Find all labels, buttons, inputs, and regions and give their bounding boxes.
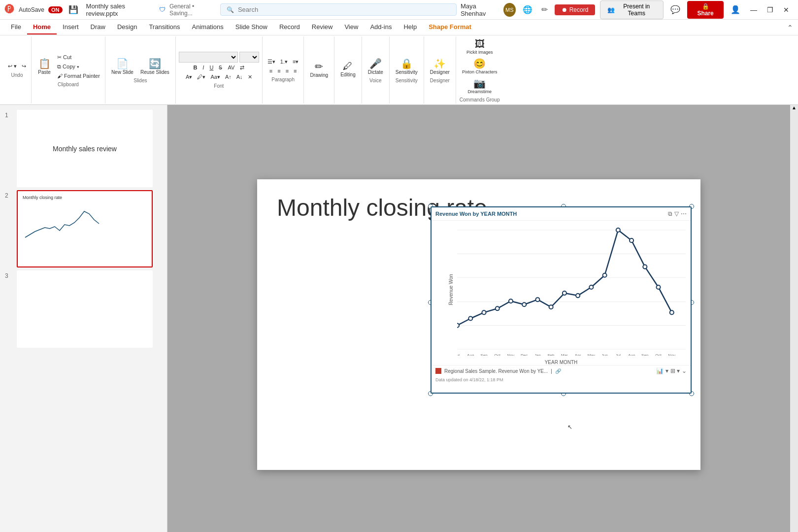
tab-design[interactable]: Design [111, 20, 143, 34]
font-case-button[interactable]: Aa▾ [208, 73, 222, 81]
people-icon[interactable]: 👤 [729, 3, 742, 16]
align-center-button[interactable]: ≡ [275, 67, 282, 75]
search-box[interactable]: 🔍 [220, 3, 457, 16]
slide-item-3[interactable]: 3 [5, 270, 162, 348]
saving-status: General • Saving... [169, 3, 216, 17]
underline-button[interactable]: U [207, 64, 215, 71]
editing-button[interactable]: 🖊 Editing [337, 60, 359, 78]
strikethrough-button[interactable]: S̶ [217, 64, 224, 72]
svg-point-21 [589, 285, 593, 289]
search-input[interactable] [238, 6, 450, 13]
tab-draw[interactable]: Draw [85, 20, 111, 34]
justify-button[interactable]: ≡ [292, 67, 299, 75]
tab-shape-format[interactable]: Shape Format [423, 20, 477, 34]
comments-icon[interactable]: 💬 [668, 3, 682, 16]
designer-button[interactable]: ✨ Designer [427, 57, 453, 76]
filename: Monthly sales review.pptx [86, 2, 155, 17]
present-in-teams-button[interactable]: 👥 Present in Teams [600, 0, 664, 19]
drawing-button[interactable]: ✏ Drawing [307, 60, 331, 79]
right-scrollbar[interactable]: ▲ ▼ [790, 105, 798, 532]
dreamstime-button[interactable]: 📷 Dreamstime [465, 76, 495, 95]
increase-font-button[interactable]: A↑ [223, 73, 233, 81]
svg-text:Sep: Sep [480, 353, 488, 356]
svg-point-14 [496, 306, 499, 310]
ribbon-collapse-button[interactable]: ⌃ [787, 24, 793, 32]
slide-thumb-2[interactable]: Monthly closing rate [17, 190, 153, 267]
bold-button[interactable]: B [191, 64, 199, 71]
chart-table-icon[interactable]: ⊞ ▾ [670, 367, 680, 374]
chart-expand-icon[interactable]: ⌄ [682, 367, 687, 374]
slide-thumb-1[interactable]: Monthly sales review [17, 110, 153, 187]
clear-format-button[interactable]: ✕ [246, 73, 254, 81]
save-icon[interactable]: 💾 [66, 3, 80, 16]
format-painter-button[interactable]: 🖌 Format Painter [55, 72, 102, 80]
tab-animations[interactable]: Animations [186, 20, 230, 34]
pickit-images-button[interactable]: 🖼 Pickit Images [464, 37, 496, 56]
ribbon-group-slides: 📄 New Slide 🔄 Reuse Slides Slides [105, 36, 176, 103]
cut-button[interactable]: ✂ Cut [55, 53, 102, 62]
dictate-button[interactable]: 🎤 Dictate [365, 57, 386, 76]
char-spacing-button[interactable]: AV [226, 64, 236, 71]
reuse-slides-button[interactable]: 🔄 Reuse Slides [137, 57, 172, 76]
slide-item-1[interactable]: 1 Monthly sales review [5, 110, 162, 187]
tab-home[interactable]: Home [27, 20, 57, 34]
chart-filter-icon[interactable]: ▽ [674, 210, 679, 217]
scroll-up[interactable]: ▲ [792, 105, 797, 113]
close-button[interactable]: ✕ [779, 4, 793, 16]
italic-button[interactable]: I [200, 64, 206, 71]
slide-thumb-3[interactable] [17, 270, 153, 348]
ribbon-group-sensitivity: 🔒 Sensitivity Sensitivity [390, 36, 424, 103]
multilevel-button[interactable]: ≡▾ [291, 58, 300, 66]
numbering-button[interactable]: 1.▾ [278, 58, 290, 66]
font-size-select[interactable] [239, 52, 259, 63]
svg-text:Jan: Jan [534, 353, 541, 356]
restore-button[interactable]: ❐ [763, 4, 777, 16]
tab-record[interactable]: Record [273, 20, 306, 34]
undo-button[interactable]: ↩ ▾ [6, 62, 19, 70]
tab-file[interactable]: File [5, 20, 27, 34]
global-icon[interactable]: 🌐 [521, 3, 534, 16]
record-button[interactable]: ⏺ Record [555, 4, 596, 15]
align-right-button[interactable]: ≡ [284, 67, 291, 75]
pixton-button[interactable]: 😊 Pixton Characters [459, 57, 500, 75]
tab-insert[interactable]: Insert [57, 20, 85, 34]
tab-review[interactable]: Review [306, 20, 339, 34]
chart-more-icon[interactable]: ⋯ [681, 210, 687, 217]
svg-text:Nov: Nov [507, 353, 514, 356]
slide-item-2[interactable]: 2 Monthly closing rate [5, 190, 162, 267]
sensitivity-button[interactable]: 🔒 Sensitivity [393, 57, 421, 76]
svg-point-25 [643, 265, 647, 269]
highlight-button[interactable]: 🖊▾ [195, 73, 207, 81]
chart-footer: Regional Sales Sample. Revenue Won by YE… [432, 365, 691, 376]
tab-help[interactable]: Help [398, 20, 423, 34]
user-name: Maya Shenhav [461, 2, 499, 17]
align-left-button[interactable]: ≡ [267, 67, 274, 75]
redo-button[interactable]: ↪ [20, 62, 28, 70]
svg-point-26 [656, 285, 660, 289]
tab-transitions[interactable]: Transitions [143, 20, 186, 34]
share-button[interactable]: 🔒 Share [687, 1, 724, 19]
pen-icon[interactable]: ✏ [539, 3, 550, 16]
app-logo: 🅟 [5, 4, 15, 15]
paste-button[interactable]: 📋 Paste [34, 57, 54, 76]
legend-color [435, 368, 441, 374]
autosave-toggle[interactable]: ON [48, 6, 63, 13]
slide-1-title: Monthly sales review [53, 145, 117, 153]
decrease-font-button[interactable]: A↓ [234, 73, 245, 81]
bullets-button[interactable]: ☰▾ [266, 58, 277, 66]
font-color-button[interactable]: A▾ [184, 73, 194, 81]
svg-text:Aug: Aug [467, 353, 474, 356]
sensitivity-icon: 🔒 [400, 58, 413, 69]
font-family-select[interactable] [179, 52, 238, 63]
minimize-button[interactable]: — [746, 4, 761, 16]
new-slide-button[interactable]: 📄 New Slide [108, 57, 136, 76]
tab-view[interactable]: View [338, 20, 364, 34]
copy-button[interactable]: ⧉ Copy ▾ [55, 63, 102, 71]
chart-bar-icon[interactable]: 📊 ▾ [656, 367, 668, 374]
tab-addins[interactable]: Add-ins [364, 20, 398, 34]
paragraph-label: Paragraph [271, 77, 295, 82]
tab-slideshow[interactable]: Slide Show [230, 20, 273, 34]
chart-copy-icon[interactable]: ⧉ [668, 210, 672, 217]
text-direction-button[interactable]: ⇄ [238, 64, 246, 72]
ribbon-group-drawing: ✏ Drawing [304, 36, 334, 103]
